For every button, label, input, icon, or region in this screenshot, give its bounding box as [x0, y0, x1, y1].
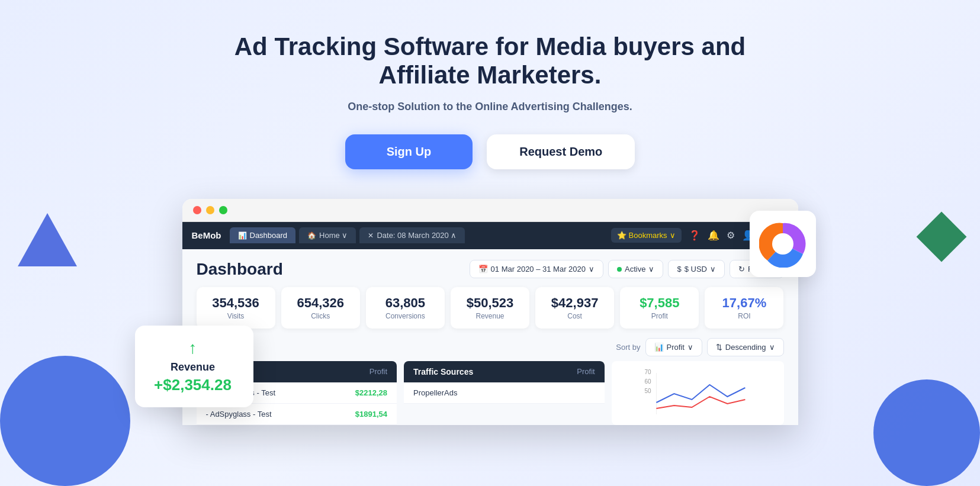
- dashboard-controls: 📅 01 Mar 2020 – 31 Mar 2020 ∨ Active ∨ $…: [470, 260, 784, 278]
- signup-button[interactable]: Sign Up: [345, 134, 473, 169]
- date-tab-icon: ✕: [368, 231, 374, 240]
- profit-label: Profit: [631, 312, 688, 320]
- date-range-chevron: ∨: [589, 265, 595, 273]
- traffic-sources-table: Traffic Sources Profit PropellerAds: [404, 361, 605, 425]
- dot-yellow: [206, 206, 214, 214]
- sort-by-label: Sort by: [616, 343, 640, 352]
- campaign-profit-1: $2212,28: [355, 388, 387, 397]
- nav-tab-dashboard-label: Dashboard: [250, 231, 288, 240]
- date-range-btn[interactable]: 📅 01 Mar 2020 – 31 Mar 2020 ∨: [470, 260, 603, 278]
- svg-text:60: 60: [644, 378, 651, 385]
- sort-order-btn[interactable]: ⇅ Descending ∨: [707, 338, 784, 356]
- dashboard-header: Dashboard 📅 01 Mar 2020 – 31 Mar 2020 ∨ …: [197, 260, 784, 279]
- dashboard-title: Dashboard: [197, 260, 283, 279]
- mockup-container: ↑ Revenue +$2,354.28: [135, 199, 846, 425]
- sort-order-label: Descending: [725, 343, 766, 352]
- pie-chart-card: [750, 211, 816, 277]
- nav-tab-home[interactable]: 🏠 Home ∨: [299, 227, 356, 243]
- refresh-icon: ↻: [738, 265, 745, 273]
- traffic-profit-col: Profit: [577, 367, 595, 376]
- settings-icon[interactable]: ⚙: [727, 230, 735, 241]
- campaign-profit-2: $1891,54: [355, 410, 387, 419]
- mini-chart: 70 60 50: [612, 361, 784, 425]
- traffic-table-header: Traffic Sources Profit: [404, 361, 605, 382]
- roi-value: 17,67%: [715, 295, 773, 311]
- revenue-stat-label: Revenue: [461, 312, 519, 320]
- currency-btn[interactable]: $ $ USD ∨: [668, 260, 725, 278]
- cost-value: $42,937: [546, 295, 603, 311]
- conversions-label: Conversions: [377, 312, 434, 320]
- active-dot: [617, 267, 622, 272]
- sort-order-icon: ⇅: [716, 343, 722, 352]
- table-row: PropellerAds: [404, 382, 605, 404]
- stat-card-roi: 17,67% ROI: [705, 287, 783, 329]
- nav-tab-home-label: Home ∨: [319, 231, 348, 240]
- svg-text:50: 50: [644, 388, 651, 394]
- dashboard-content: Dashboard 📅 01 Mar 2020 – 31 Mar 2020 ∨ …: [182, 249, 798, 425]
- notification-icon[interactable]: 🔔: [708, 230, 719, 241]
- sort-profit-btn[interactable]: 📊 Profit ∨: [645, 338, 702, 356]
- revenue-label: Revenue: [148, 361, 238, 374]
- revenue-value: +$2,354.28: [148, 376, 238, 394]
- pie-chart: [759, 220, 807, 268]
- nav-tab-dashboard[interactable]: 📊 Dashboard: [230, 227, 296, 243]
- stat-card-visits: 354,536 Visits: [197, 287, 275, 329]
- sort-order-chevron: ∨: [769, 343, 775, 352]
- stat-card-profit: $7,585 Profit: [620, 287, 699, 329]
- nav-tab-date-label: Date: 08 March 2020 ∧: [377, 231, 457, 240]
- traffic-name-1: PropellerAds: [413, 388, 457, 397]
- dashboard-tab-icon: 📊: [238, 231, 247, 240]
- visits-value: 354,536: [207, 295, 265, 311]
- revenue-card: ↑ Revenue +$2,354.28: [135, 326, 253, 407]
- dot-red: [193, 206, 201, 214]
- stats-row: 354,536 Visits 654,326 Clicks 63,805 Con…: [197, 287, 784, 329]
- traffic-title: Traffic Sources: [413, 367, 473, 376]
- stat-card-revenue: $50,523 Revenue: [451, 287, 529, 329]
- bookmarks-btn[interactable]: ⭐ Bookmarks ∨: [611, 228, 682, 243]
- svg-point-0: [772, 233, 793, 255]
- sort-profit-label: Profit: [667, 343, 685, 352]
- lower-section: Sort by 📊 Profit ∨ ⇅ Descending ∨: [197, 338, 784, 425]
- home-tab-icon: 🏠: [307, 231, 316, 240]
- stat-card-conversions: 63,805 Conversions: [366, 287, 445, 329]
- currency-chevron: ∨: [710, 265, 716, 273]
- roi-label: ROI: [715, 312, 773, 320]
- active-chevron: ∨: [648, 265, 654, 273]
- campaign-name-2: - AdSpyglass - Test: [206, 410, 272, 419]
- nav-tab-date[interactable]: ✕ Date: 08 March 2020 ∧: [359, 227, 465, 243]
- cost-label: Cost: [546, 312, 603, 320]
- demo-button[interactable]: Request Demo: [487, 134, 635, 169]
- currency-icon: $: [677, 265, 681, 273]
- bookmarks-chevron: ∨: [670, 231, 676, 240]
- conversions-value: 63,805: [377, 295, 434, 311]
- stat-card-cost: $42,937 Cost: [535, 287, 614, 329]
- nav-logo: BeMob: [192, 230, 221, 240]
- profit-value: $7,585: [631, 295, 688, 311]
- cta-buttons: Sign Up Request Demo: [0, 134, 980, 169]
- star-icon: ⭐: [617, 231, 626, 240]
- browser-window: BeMob 📊 Dashboard 🏠 Home ∨ ✕ Date: 08 Ma…: [182, 199, 798, 425]
- dot-green: [219, 206, 227, 214]
- sort-row: Sort by 📊 Profit ∨ ⇅ Descending ∨: [197, 338, 784, 356]
- hero-title: Ad Tracking Software for Media buyers an…: [224, 33, 757, 90]
- app-navbar: BeMob 📊 Dashboard 🏠 Home ∨ ✕ Date: 08 Ma…: [182, 222, 798, 249]
- calendar-icon: 📅: [478, 265, 488, 273]
- visits-label: Visits: [207, 312, 265, 320]
- browser-titlebar: [182, 199, 798, 222]
- svg-text:70: 70: [644, 369, 651, 375]
- date-range-label: 01 Mar 2020 – 31 Mar 2020: [491, 265, 586, 273]
- sort-profit-chevron: ∨: [687, 343, 693, 352]
- hero-subtitle: One-stop Solution to the Online Advertis…: [0, 101, 980, 113]
- currency-label: $ USD: [685, 265, 707, 273]
- clicks-label: Clicks: [292, 312, 349, 320]
- bookmarks-label: Bookmarks: [629, 231, 667, 240]
- hero-section: Ad Tracking Software for Media buyers an…: [0, 0, 980, 425]
- sort-profit-icon: 📊: [654, 343, 664, 352]
- clicks-value: 654,326: [292, 295, 349, 311]
- campaigns-profit-col: Profit: [369, 367, 387, 376]
- tables-row: Campaigns Profit - PropellerAds - Test $…: [197, 361, 784, 425]
- line-chart-svg: 70 60 50: [618, 367, 778, 414]
- stat-card-clicks: 654,326 Clicks: [281, 287, 360, 329]
- active-status-btn[interactable]: Active ∨: [608, 260, 663, 278]
- help-icon[interactable]: ❓: [689, 230, 701, 241]
